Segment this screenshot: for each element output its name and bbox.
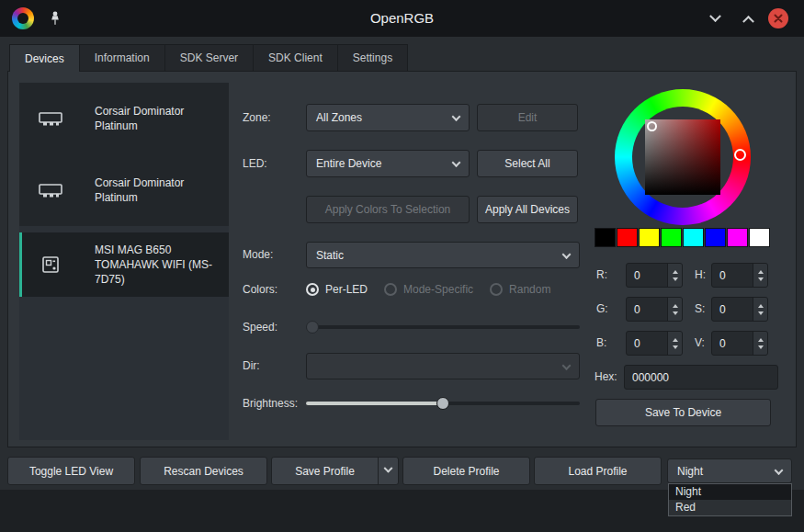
select-all-button[interactable]: Select All xyxy=(477,150,578,177)
saturation-spinbox[interactable]: 0 xyxy=(711,297,768,322)
speed-slider-handle[interactable] xyxy=(306,321,319,334)
device-list: Corsair Dominator Platinum Corsair Domin… xyxy=(19,83,229,440)
chevron-down-icon xyxy=(709,10,721,22)
zone-label: Zone: xyxy=(243,104,271,131)
spin-up-icon[interactable] xyxy=(758,304,764,308)
spin-down-icon[interactable] xyxy=(758,311,764,315)
apply-all-devices-button[interactable]: Apply All Devices xyxy=(477,196,578,223)
window-title: OpenRGB xyxy=(0,0,804,37)
blue-spinbox[interactable]: 0 xyxy=(626,331,683,356)
profile-option-night[interactable]: Night xyxy=(669,484,791,500)
hue-spinbox[interactable]: 0 xyxy=(711,263,768,288)
save-profile-label: Save Profile xyxy=(272,465,378,478)
swatch-cyan[interactable] xyxy=(683,228,704,247)
g-label: G: xyxy=(596,297,608,322)
device-item-corsair-2[interactable]: Corsair Dominator Platinum xyxy=(19,154,229,226)
sv-cursor xyxy=(647,121,657,131)
brightness-slider[interactable] xyxy=(306,392,580,414)
swatch-white[interactable] xyxy=(749,228,770,247)
swatch-yellow[interactable] xyxy=(639,228,660,247)
radio-per-led[interactable]: Per-LED xyxy=(306,283,368,296)
saturation-value-square[interactable] xyxy=(645,119,720,195)
maximize-button[interactable] xyxy=(737,7,759,29)
spin-down-icon[interactable] xyxy=(758,345,764,349)
value-value: 0 xyxy=(712,337,753,350)
colors-label: Colors: xyxy=(243,278,277,300)
green-spinbox[interactable]: 0 xyxy=(626,297,683,322)
chevron-down-icon xyxy=(452,112,461,121)
save-profile-dropdown-button[interactable] xyxy=(378,458,398,484)
delete-profile-button[interactable]: Delete Profile xyxy=(402,457,530,485)
chevron-down-icon xyxy=(384,464,393,473)
rescan-devices-button[interactable]: Rescan Devices xyxy=(140,457,267,485)
toggle-led-view-label: Toggle LED View xyxy=(29,465,113,478)
spin-down-icon[interactable] xyxy=(673,277,678,281)
minimize-button[interactable] xyxy=(704,7,726,29)
red-spinbox[interactable]: 0 xyxy=(626,263,683,288)
led-value: Entire Device xyxy=(316,157,381,170)
radio-unchecked-icon xyxy=(490,283,503,296)
spin-up-icon[interactable] xyxy=(758,338,764,342)
speed-label: Speed: xyxy=(243,316,277,338)
toggle-led-view-button[interactable]: Toggle LED View xyxy=(7,457,135,485)
value-spinbox[interactable]: 0 xyxy=(711,331,768,356)
green-value: 0 xyxy=(627,303,667,316)
radio-mode-specific[interactable]: Mode-Specific xyxy=(384,283,473,296)
profile-combobox[interactable]: Night xyxy=(667,458,792,483)
spin-down-icon[interactable] xyxy=(758,277,764,281)
spin-up-icon[interactable] xyxy=(673,270,678,274)
close-button[interactable] xyxy=(768,8,788,28)
brightness-slider-handle[interactable] xyxy=(436,397,449,410)
zone-value: All Zones xyxy=(316,111,362,124)
ram-icon xyxy=(38,183,63,198)
color-wheel[interactable] xyxy=(615,89,751,225)
tab-settings[interactable]: Settings xyxy=(338,44,408,71)
spin-up-icon[interactable] xyxy=(758,270,764,274)
load-profile-button[interactable]: Load Profile xyxy=(534,457,662,485)
swatch-blue[interactable] xyxy=(705,228,726,247)
red-value: 0 xyxy=(627,269,667,282)
rescan-devices-label: Rescan Devices xyxy=(164,465,243,478)
save-to-device-button[interactable]: Save To Device xyxy=(595,399,771,426)
mode-combobox[interactable]: Static xyxy=(306,242,580,268)
brightness-label: Brightness: xyxy=(243,392,298,414)
delete-profile-label: Delete Profile xyxy=(433,465,499,478)
color-mode-radio-group: Per-LED Mode-Specific Random xyxy=(306,278,550,300)
edit-button[interactable]: Edit xyxy=(477,104,578,131)
swatch-red[interactable] xyxy=(617,228,638,247)
led-combobox[interactable]: Entire Device xyxy=(306,150,470,177)
profile-option-red[interactable]: Red xyxy=(669,500,791,515)
radio-unchecked-icon xyxy=(384,283,397,296)
slider-groove[interactable] xyxy=(306,325,580,329)
hex-input[interactable] xyxy=(624,365,778,390)
spin-down-icon[interactable] xyxy=(673,311,678,315)
radio-label: Per-LED xyxy=(325,283,368,296)
tab-devices[interactable]: Devices xyxy=(9,44,80,72)
device-item-corsair-1[interactable]: Corsair Dominator Platinum xyxy=(19,83,229,154)
edit-button-label: Edit xyxy=(518,111,538,124)
spin-up-icon[interactable] xyxy=(673,304,678,308)
dir-combobox[interactable] xyxy=(306,353,580,379)
swatch-black[interactable] xyxy=(595,228,616,247)
speed-slider[interactable] xyxy=(306,316,580,338)
spin-up-icon[interactable] xyxy=(673,338,678,342)
devices-panel: Corsair Dominator Platinum Corsair Domin… xyxy=(7,71,797,447)
device-name: MSI MAG B650 TOMAHAWK WIFI (MS-7D75) xyxy=(95,243,221,288)
titlebar: OpenRGB xyxy=(0,0,804,37)
device-item-msi[interactable]: MSI MAG B650 TOMAHAWK WIFI (MS-7D75) xyxy=(19,232,229,297)
radio-random[interactable]: Random xyxy=(490,283,550,296)
color-swatches xyxy=(595,228,770,247)
spin-down-icon[interactable] xyxy=(673,345,678,349)
radio-label: Random xyxy=(509,283,550,296)
tab-information[interactable]: Information xyxy=(80,44,165,71)
tab-sdk-server[interactable]: SDK Server xyxy=(165,44,254,71)
swatch-green[interactable] xyxy=(661,228,682,247)
apply-colors-to-selection-button[interactable]: Apply Colors To Selection xyxy=(306,196,470,223)
tab-sdk-client[interactable]: SDK Client xyxy=(254,44,338,71)
save-profile-button[interactable]: Save Profile xyxy=(271,457,399,485)
chevron-down-icon xyxy=(562,250,572,259)
spin-arrows xyxy=(667,332,682,355)
swatch-magenta[interactable] xyxy=(727,228,748,247)
blue-value: 0 xyxy=(627,337,667,350)
zone-combobox[interactable]: All Zones xyxy=(306,104,470,131)
